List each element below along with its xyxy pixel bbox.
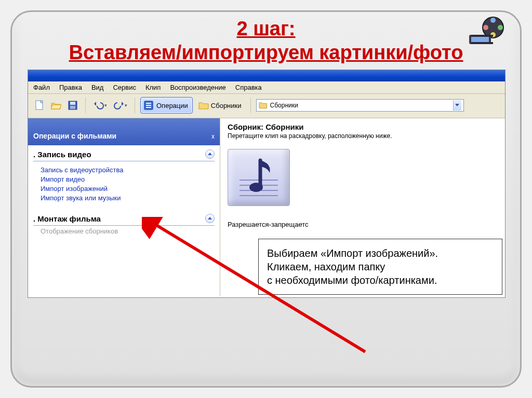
callout-line-1: Выбираем «Импорт изображений». — [267, 246, 494, 260]
separator-icon — [135, 98, 135, 113]
collapse-icon[interactable] — [205, 149, 215, 159]
redo-button[interactable]: ▾ — [111, 98, 129, 113]
collections-combo-icon — [259, 101, 268, 109]
folder-icon — [198, 101, 209, 110]
link-import-video[interactable]: Импорт видео — [41, 175, 211, 183]
menu-clip[interactable]: Клип — [145, 84, 161, 91]
tasks-label: Операции — [156, 102, 188, 109]
collections-combo[interactable]: Сборники — [256, 99, 464, 112]
svg-rect-7 — [471, 35, 493, 37]
callout-line-3: с необходимыми фото/картинками. — [267, 273, 494, 287]
clip-caption: Разрешается-запрещаетс — [228, 221, 498, 228]
svg-rect-11 — [70, 102, 75, 105]
undo-button[interactable]: ▾ — [91, 98, 109, 113]
collections-button[interactable]: Сборники — [195, 98, 245, 113]
chevron-down-icon — [453, 100, 461, 111]
collection-subtitle: Перетащите клип на раскадровку, располож… — [228, 132, 498, 140]
tool-bar: ▾ ▾ Операции Сборники Сборники — [28, 94, 505, 118]
section-edit-title: . Монтаж фильма — [33, 214, 101, 223]
callout-line-2: Кликаем, находим папку — [267, 260, 494, 273]
menu-help[interactable]: Справка — [235, 84, 262, 91]
music-note-icon — [235, 154, 282, 201]
section-capture: . Запись видео Запись с видеоустройства … — [28, 145, 220, 210]
section-capture-header[interactable]: . Запись видео — [33, 149, 215, 161]
tasks-icon — [143, 100, 154, 111]
link-show-collections: Отображение сборников — [41, 227, 215, 235]
movie-maker-logo-icon — [468, 16, 504, 47]
svg-rect-14 — [146, 103, 151, 104]
instruction-callout: Выбираем «Импорт изображений». Кликаем, … — [258, 239, 502, 295]
redo-icon — [113, 101, 125, 110]
save-button[interactable] — [65, 98, 80, 113]
menu-tools[interactable]: Сервис — [113, 84, 136, 91]
tasks-header-label: Операции с фильмами — [33, 132, 116, 140]
link-import-images[interactable]: Импорт изображений — [41, 185, 211, 193]
undo-icon — [93, 101, 104, 110]
floppy-icon — [68, 101, 77, 110]
svg-point-2 — [498, 25, 503, 30]
svg-rect-8 — [471, 42, 493, 44]
svg-point-21 — [249, 183, 263, 192]
svg-rect-12 — [70, 106, 75, 109]
svg-rect-16 — [146, 107, 151, 108]
title-line-2: Вставляем/импортируем картинки/фото — [69, 42, 463, 63]
close-icon[interactable]: x — [211, 133, 215, 140]
tasks-pane: Операции с фильмами x . Запись видео Зап… — [28, 118, 220, 296]
link-import-audio[interactable]: Импорт звука или музыки — [41, 194, 211, 202]
combo-value: Сборники — [270, 102, 298, 109]
clip-thumbnail[interactable] — [228, 149, 290, 206]
menu-edit[interactable]: Правка — [59, 84, 82, 91]
menu-view[interactable]: Вид — [91, 84, 104, 91]
collection-title: Сборник: Сборники — [228, 122, 498, 131]
svg-rect-15 — [146, 105, 151, 106]
section-edit-header[interactable]: . Монтаж фильма — [33, 214, 215, 226]
capture-links: Запись с видеоустройства Импорт видео Им… — [33, 161, 215, 208]
separator-icon — [250, 98, 251, 113]
section-edit: . Монтаж фильма Отображение сборников — [28, 210, 220, 239]
collapse-icon[interactable] — [205, 214, 215, 223]
section-capture-title: Запись видео — [35, 150, 91, 159]
separator-icon — [85, 98, 86, 113]
menu-play[interactable]: Воспроизведение — [170, 84, 225, 91]
document-icon — [35, 100, 44, 111]
open-button[interactable] — [49, 98, 63, 113]
link-capture-device[interactable]: Запись с видеоустройства — [41, 166, 211, 174]
slide-frame: 2 шаг: Вставляем/импортируем картинки/фо… — [10, 10, 522, 388]
menu-file[interactable]: Файл — [33, 84, 50, 91]
window-title-bar — [28, 70, 505, 81]
svg-point-4 — [483, 25, 488, 30]
menu-bar: Файл Правка Вид Сервис Клип Воспроизведе… — [28, 81, 505, 94]
new-project-button[interactable] — [32, 98, 47, 113]
title-line-1: 2 шаг: — [237, 18, 296, 39]
collections-label: Сборники — [211, 102, 242, 109]
movie-maker-window: Файл Правка Вид Сервис Клип Воспроизведе… — [28, 70, 506, 298]
svg-rect-6 — [471, 37, 489, 42]
tasks-pane-header: Операции с фильмами x — [28, 118, 220, 145]
tasks-pane-button[interactable]: Операции — [140, 97, 193, 114]
svg-point-1 — [490, 18, 496, 23]
slide-title: 2 шаг: Вставляем/импортируем картинки/фо… — [28, 17, 504, 64]
folder-open-icon — [51, 101, 61, 110]
